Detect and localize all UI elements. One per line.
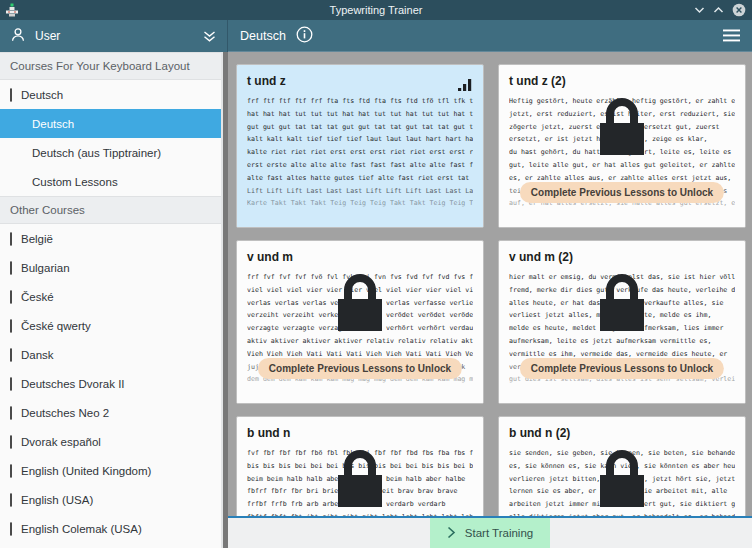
lesson-card-t-und-z-2[interactable]: t und z (2) Heftig gestört, heute erzähl…: [498, 64, 746, 228]
window-controls: [694, 3, 752, 17]
locked-badge: Complete Previous Lessons to Unlock: [520, 358, 724, 379]
menu-hamburger-icon[interactable]: [723, 29, 740, 42]
locked-badge: Complete Previous Lessons to Unlock: [520, 182, 724, 203]
keyboard-icon: [10, 320, 12, 332]
user-icon: [10, 27, 26, 46]
keyboard-icon: [10, 262, 12, 274]
collapse-double-chevron-icon[interactable]: [202, 30, 217, 43]
sidebar-item-deutsch-course[interactable]: Deutsch: [0, 80, 223, 109]
lesson-grid: t und z frf ftf ftf ftf frf fta fts ftd …: [228, 52, 752, 516]
sidebar-item-deutsch-selected[interactable]: Deutsch: [0, 109, 223, 138]
info-icon[interactable]: [296, 26, 313, 46]
maximize-icon[interactable]: [713, 6, 724, 14]
lock-icon: [337, 444, 383, 512]
sidebar-item-deutsch-tipptrainer[interactable]: Deutsch (aus Tipptrainer): [0, 138, 223, 167]
footer-bar: Start Training: [228, 516, 752, 548]
chevron-right-icon: [447, 526, 456, 541]
sidebar-item-bulgarian[interactable]: Bulgarian: [0, 253, 223, 282]
start-training-button[interactable]: Start Training: [430, 518, 550, 548]
keyboard-icon: [10, 523, 12, 535]
keyboard-icon: [10, 233, 12, 245]
close-icon[interactable]: [732, 3, 746, 17]
window-title: Typewriting Trainer: [0, 4, 752, 16]
keyboard-icon: [10, 378, 12, 390]
sidebar-item-custom-lessons[interactable]: Custom Lessons: [0, 167, 223, 196]
lesson-title: t und z: [247, 74, 473, 88]
sidebar-item-english-usa[interactable]: English (USA): [0, 485, 223, 514]
sidebar-item-deutsches-neo-2[interactable]: Deutsches Neo 2: [0, 398, 223, 427]
lesson-title: b und n: [247, 426, 473, 440]
lesson-title: t und z (2): [509, 74, 735, 88]
keyboard-icon: [10, 407, 12, 419]
lesson-title: v und m: [247, 250, 473, 264]
keyboard-icon: [10, 494, 12, 506]
keyboard-icon: [10, 349, 12, 361]
keyboard-icon: [10, 291, 12, 303]
main-pane: t und z frf ftf ftf ftf frf fta fts ftd …: [228, 52, 752, 548]
section-header-other-courses: Other Courses: [0, 196, 223, 224]
lesson-card-t-und-z[interactable]: t und z frf ftf ftf ftf frf fta fts ftd …: [236, 64, 484, 228]
app-window: Typewriting Trainer: [0, 0, 752, 548]
sidebar-item-english-colemak[interactable]: English Colemak (USA): [0, 514, 223, 543]
lock-icon: [337, 268, 383, 336]
minimize-icon[interactable]: [694, 6, 705, 14]
course-sidebar: Courses For Your Keyboard Layout Deutsch…: [0, 52, 228, 548]
app-icon: [5, 3, 19, 17]
lock-icon: [599, 444, 645, 512]
lock-icon: [599, 92, 645, 160]
lesson-card-v-und-m[interactable]: v und m frf fvf fvf fvf fvö fvl fvk fvj …: [236, 240, 484, 404]
start-training-label: Start Training: [465, 527, 533, 539]
sidebar-item-ceske-qwerty[interactable]: České qwerty: [0, 311, 223, 340]
sidebar-item-dvorak-espanol[interactable]: Dvorak español: [0, 427, 223, 456]
lesson-card-b-und-n-2[interactable]: b und n (2) sie senden, sie geben, sie k…: [498, 416, 746, 516]
lesson-title: v und m (2): [509, 250, 735, 264]
profile-header[interactable]: User: [0, 20, 228, 52]
sidebar-item-ceske[interactable]: České: [0, 282, 223, 311]
locked-badge: Complete Previous Lessons to Unlock: [258, 358, 462, 379]
lesson-title: b und n (2): [509, 426, 735, 440]
lesson-card-v-und-m-2[interactable]: v und m (2) hier malt er emsig, du vermi…: [498, 240, 746, 404]
profile-label: User: [35, 29, 60, 43]
sidebar-item-english-uk[interactable]: English (United Kingdom): [0, 456, 223, 485]
course-title: Deutsch: [240, 29, 286, 43]
course-header: Deutsch: [228, 20, 752, 52]
lock-icon: [599, 268, 645, 336]
sidebar-item-deutsches-dvorak-2[interactable]: Deutsches Dvorak II: [0, 369, 223, 398]
keyboard-icon: [10, 436, 12, 448]
sidebar-item-belgie[interactable]: België: [0, 224, 223, 253]
lesson-preview-text: frf ftf ftf ftf frf fta fts ftd fta fts …: [247, 95, 473, 210]
lesson-card-b-und-n[interactable]: b und n fvf fbf fbf fbf fbö fbl fbk fbj …: [236, 416, 484, 516]
keyboard-icon: [10, 89, 12, 101]
sidebar-item-english-dvorak-uk[interactable]: English Dvorak (United Kingdom): [0, 543, 223, 548]
section-header-keyboard-layout: Courses For Your Keyboard Layout: [0, 52, 223, 80]
sidebar-item-dansk[interactable]: Dansk: [0, 340, 223, 369]
progress-bars-icon: [458, 77, 472, 95]
body: Courses For Your Keyboard Layout Deutsch…: [0, 52, 752, 548]
titlebar: Typewriting Trainer: [0, 0, 752, 20]
keyboard-icon: [10, 465, 12, 477]
header-row: User Deutsch: [0, 20, 752, 52]
